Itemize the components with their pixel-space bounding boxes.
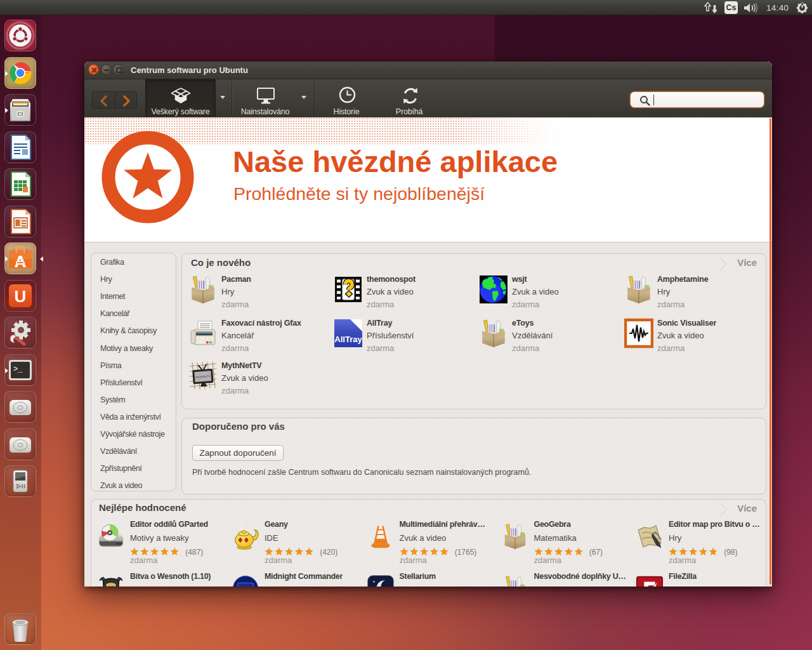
svg-text:>_: >_ bbox=[13, 365, 23, 374]
svg-text:U: U bbox=[15, 287, 27, 306]
